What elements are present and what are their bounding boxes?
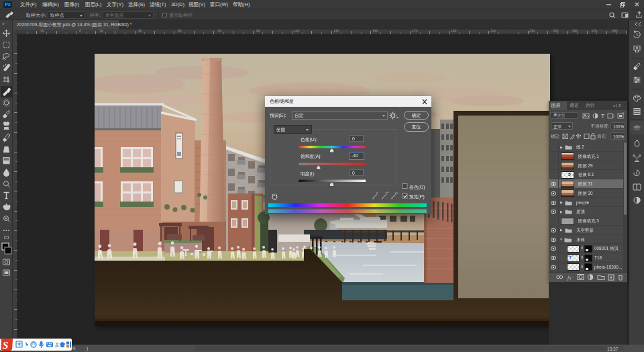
svg-text:S: S — [3, 340, 8, 351]
svg-text:fx: fx — [568, 275, 572, 281]
svg-text:T: T — [601, 113, 605, 120]
